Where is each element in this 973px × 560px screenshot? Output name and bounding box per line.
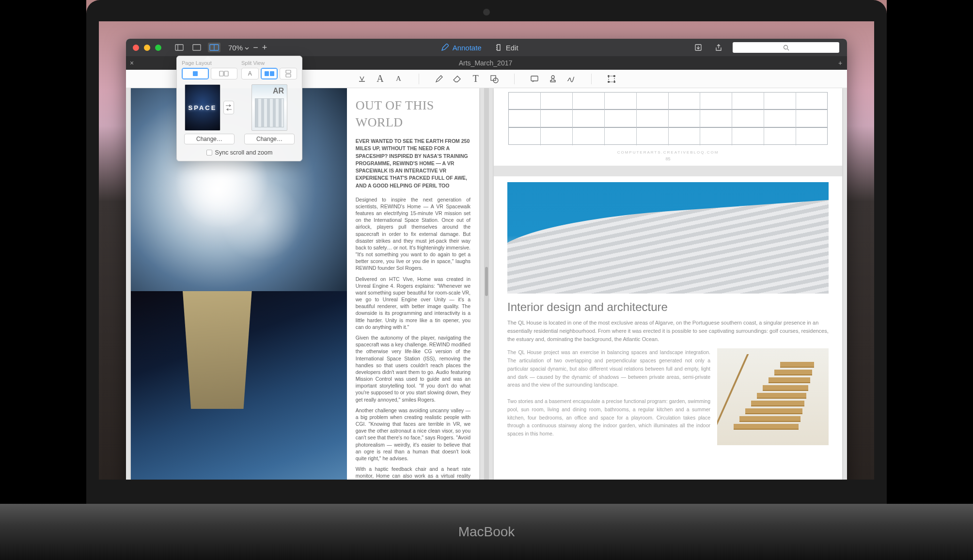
- font-large-icon[interactable]: A: [375, 74, 386, 84]
- svg-line-7: [787, 49, 789, 50]
- architecture-heading: Interior design and architecture: [507, 300, 829, 314]
- selection-tool-icon[interactable]: [606, 74, 617, 84]
- swap-documents-button[interactable]: [223, 101, 234, 114]
- new-tab-button[interactable]: +: [833, 59, 847, 67]
- svg-rect-19: [224, 71, 228, 76]
- svg-rect-20: [265, 71, 269, 76]
- staircase-image: [717, 348, 829, 445]
- single-page-button[interactable]: [190, 43, 203, 52]
- app-window: 70% − + Annotate Edit: [126, 39, 847, 494]
- split-horizontal-button[interactable]: [261, 68, 278, 79]
- traffic-lights: [133, 45, 161, 51]
- right-document-pane[interactable]: COMPUTERARTS.CREATIVEBLOQ.COM 85 Interio…: [489, 88, 847, 494]
- page-layout-label: Page Layout: [182, 60, 237, 66]
- macbook-label: MacBook: [0, 524, 973, 540]
- page-footer-site: COMPUTERARTS.CREATIVEBLOQ.COM: [494, 150, 842, 155]
- building-facade-image: [507, 182, 829, 294]
- sidebar-toggle-button[interactable]: [173, 43, 186, 52]
- architecture-article: Interior design and architecture The QL …: [494, 176, 842, 445]
- edit-mode-button[interactable]: Edit: [495, 44, 518, 52]
- split-vertical-button[interactable]: [280, 68, 297, 79]
- split-view-label: Split View: [241, 60, 297, 66]
- architecture-column-text: The QL House project was an exercise in …: [507, 348, 710, 445]
- search-field[interactable]: [733, 42, 839, 53]
- share-button[interactable]: [712, 43, 725, 52]
- view-mode-popover: Page Layout Split View A: [176, 56, 302, 161]
- svg-rect-23: [286, 74, 291, 77]
- svg-rect-2: [193, 45, 201, 50]
- change-right-doc-button[interactable]: Change…: [244, 134, 295, 144]
- window-minimize-button[interactable]: [144, 45, 150, 51]
- webcam: [483, 9, 490, 16]
- split-text-button[interactable]: A: [241, 68, 259, 79]
- sync-label: Sync scroll and zoom: [215, 149, 273, 156]
- horizontal-scrollbar[interactable]: [132, 488, 478, 492]
- layout-single-button[interactable]: [182, 68, 209, 79]
- layout-double-button[interactable]: [211, 68, 238, 79]
- desktop-wallpaper: 70% − + Annotate Edit: [86, 0, 887, 504]
- tab-close-button[interactable]: ×: [126, 59, 138, 67]
- page-number: 85: [494, 156, 842, 161]
- svg-point-14: [613, 75, 615, 77]
- svg-rect-0: [175, 45, 183, 50]
- change-left-doc-button[interactable]: Change…: [184, 134, 235, 144]
- sync-checkbox[interactable]: [206, 150, 212, 156]
- window-fullscreen-button[interactable]: [155, 45, 161, 51]
- svg-point-16: [613, 81, 615, 82]
- satellite-earth-image: [131, 291, 347, 494]
- svg-rect-12: [609, 76, 614, 82]
- svg-rect-22: [286, 70, 291, 73]
- eraser-tool-icon[interactable]: [452, 74, 463, 84]
- svg-rect-17: [193, 71, 198, 76]
- shape-tool-icon[interactable]: [489, 74, 500, 84]
- right-doc-thumbnail[interactable]: AR: [251, 84, 287, 131]
- titlebar: 70% − + Annotate Edit: [126, 39, 847, 56]
- left-doc-thumbnail[interactable]: SPACE: [185, 84, 220, 131]
- svg-point-11: [551, 76, 554, 78]
- zoom-value-dropdown[interactable]: 70%: [228, 44, 249, 52]
- svg-rect-10: [531, 76, 538, 81]
- svg-rect-18: [220, 71, 223, 76]
- building-elevation-drawing: COMPUTERARTS.CREATIVEBLOQ.COM 85: [494, 88, 842, 166]
- font-small-icon[interactable]: A: [393, 74, 404, 84]
- architecture-intro: The QL House is located in one of the mo…: [507, 319, 829, 343]
- search-icon: [783, 45, 789, 51]
- pencil-tool-icon[interactable]: [434, 74, 444, 84]
- highlight-text-tool-icon[interactable]: [357, 74, 367, 84]
- window-close-button[interactable]: [133, 45, 139, 51]
- stamp-tool-icon[interactable]: [548, 74, 558, 84]
- svg-point-13: [608, 75, 609, 77]
- note-tool-icon[interactable]: [529, 74, 540, 84]
- text-tool-icon[interactable]: T: [471, 74, 481, 84]
- zoom-in-button[interactable]: +: [262, 43, 267, 53]
- zoom-out-button[interactable]: −: [253, 43, 258, 53]
- import-button[interactable]: [692, 43, 705, 52]
- signature-tool-icon[interactable]: [566, 74, 577, 84]
- article-headline: OUT OF THIS WORLD: [356, 97, 471, 131]
- article-lead: EVER WANTED TO SEE THE EARTH FROM 250 MI…: [356, 138, 471, 189]
- svg-rect-21: [270, 71, 274, 76]
- svg-point-15: [608, 81, 609, 82]
- split-divider[interactable]: [484, 88, 489, 494]
- magazine-article-text: OUT OF THIS WORLD EVER WANTED TO SEE THE…: [347, 88, 479, 494]
- annotate-mode-button[interactable]: Annotate: [441, 44, 482, 52]
- split-view-button[interactable]: [208, 43, 220, 52]
- zoom-group: 70% − +: [228, 43, 267, 53]
- svg-point-6: [784, 45, 787, 49]
